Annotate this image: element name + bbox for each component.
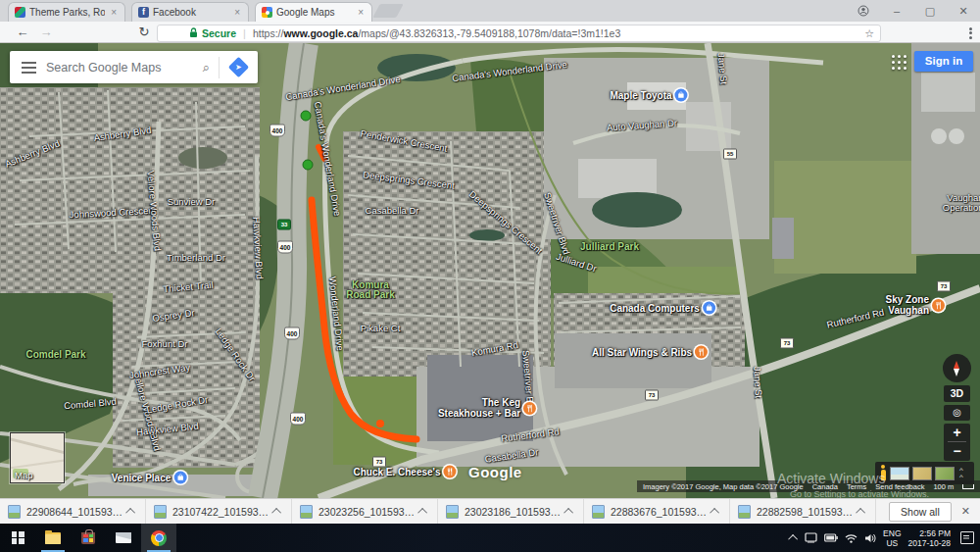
tab-google-maps[interactable]: Google Maps ×: [255, 2, 372, 22]
directions-icon[interactable]: ➤: [228, 57, 249, 77]
map-park-label: Comdel Park: [25, 350, 85, 360]
chevron-up-icon[interactable]: [125, 508, 135, 518]
download-item[interactable]: 23023256_101593….jpg: [292, 499, 438, 524]
map-street-label: Sweetriver Blvd: [542, 191, 571, 256]
map-poi[interactable]: Sky Zone Vaughan: [874, 294, 945, 316]
store-taskbar-icon[interactable]: [71, 524, 106, 552]
download-item[interactable]: 22882598_101593….jpg: [730, 499, 876, 524]
browser-toolbar: ← → ↻ Secure | https://www.google.ca/map…: [0, 22, 980, 43]
tab-close-icon[interactable]: ×: [109, 8, 119, 18]
google-apps-grid-icon[interactable]: [892, 55, 906, 70]
map-street-label: Ashberry Blvd: [4, 138, 62, 169]
minimize-button[interactable]: –: [880, 0, 913, 22]
map-poi[interactable]: Venice Place: [112, 472, 187, 484]
url-text: https://www.google.ca/maps/@43.8326313,-…: [253, 27, 620, 39]
chrome-taskbar-icon[interactable]: [141, 524, 176, 552]
download-item[interactable]: 23107422_101593….jpg: [146, 499, 292, 524]
map-layer-thumbnail[interactable]: [890, 467, 909, 480]
map-street-label: Komura Rd: [470, 340, 518, 358]
zoom-out-button[interactable]: −: [944, 442, 970, 460]
tab-title: Google Maps: [276, 7, 352, 18]
tab-theme-parks[interactable]: Theme Parks, Roller Coas ×: [8, 2, 125, 22]
map-poi[interactable]: The Keg Steakhouse + Bar: [438, 397, 536, 419]
map-poi[interactable]: Canada Computers: [610, 302, 715, 315]
download-item[interactable]: 23023186_101593….jpg: [438, 499, 584, 524]
3d-button[interactable]: 3D: [944, 385, 970, 402]
map-street-label: Johncrest Way: [128, 363, 190, 381]
activate-windows-subtext: Go to Settings to activate Windows.: [790, 489, 929, 498]
google-maps-favicon: [262, 7, 272, 18]
map-street-label: Hawkview Blvd: [136, 422, 200, 438]
close-window-button[interactable]: ✕: [947, 0, 980, 22]
map-mode-inset[interactable]: Map: [10, 432, 65, 483]
chevron-up-icon[interactable]: [417, 508, 427, 518]
reload-button[interactable]: ↻: [135, 24, 153, 41]
download-item[interactable]: 22908644_101593….jpg: [0, 499, 146, 524]
language-indicator[interactable]: ENGUS: [883, 528, 901, 548]
road-shield: 400: [290, 413, 306, 426]
map-poi[interactable]: All Star Wings & Ribs: [592, 346, 708, 359]
earth-layer-thumbnail[interactable]: [935, 467, 955, 480]
search-icon[interactable]: ⌕: [203, 60, 210, 75]
new-tab-button[interactable]: [372, 4, 403, 18]
chevron-up-icon[interactable]: [564, 508, 573, 518]
start-button[interactable]: [0, 524, 35, 552]
file-explorer-taskbar-icon[interactable]: [35, 524, 71, 552]
download-filename: 23023186_101593….jpg: [465, 506, 561, 518]
tray-overflow-chevron-icon[interactable]: [788, 534, 798, 544]
clock[interactable]: 2:56 PM2017-10-28: [908, 528, 951, 548]
road-shield: 400: [277, 241, 293, 254]
compass-icon[interactable]: [943, 354, 971, 382]
map-street-label: Julliard Dr: [555, 252, 598, 275]
chevron-up-icon[interactable]: [271, 508, 281, 518]
sign-in-button[interactable]: Sign in: [914, 51, 973, 72]
maps-search-box[interactable]: Search Google Maps ⌕ ➤: [10, 51, 258, 83]
tab-close-icon[interactable]: ×: [356, 8, 366, 18]
search-input[interactable]: Search Google Maps: [46, 61, 194, 75]
facebook-favicon: f: [138, 7, 149, 18]
terrain-layer-thumbnail[interactable]: [912, 467, 932, 480]
windows-taskbar: ENGUS 2:56 PM2017-10-28: [0, 524, 980, 552]
tablet-mode-icon[interactable]: [805, 532, 817, 543]
map-street-label: Deepsprings Crescent: [467, 189, 544, 256]
collapse-chevrons-icon[interactable]: ^ ^: [959, 467, 963, 480]
my-location-button[interactable]: ◎: [944, 405, 970, 421]
google-watermark-logo: Google: [468, 464, 522, 480]
show-all-downloads-button[interactable]: Show all: [889, 502, 952, 522]
action-center-icon[interactable]: [960, 531, 974, 544]
map-poi[interactable]: Maple Toyota: [610, 89, 687, 102]
chevron-up-icon[interactable]: [710, 508, 719, 518]
secure-label: Secure: [202, 27, 236, 39]
mail-taskbar-icon[interactable]: [106, 524, 141, 552]
divider: [219, 57, 220, 78]
download-item[interactable]: 22883676_101593….jpg: [584, 499, 730, 524]
chevron-up-icon[interactable]: [856, 508, 865, 518]
map-street-label: Casabella Dr: [366, 206, 419, 216]
close-downloads-bar-icon[interactable]: ✕: [961, 505, 970, 518]
poi-label: Venice Place: [112, 473, 172, 483]
tab-close-icon[interactable]: ×: [232, 8, 242, 18]
maximize-button[interactable]: ▢: [913, 0, 947, 22]
zoom-in-button[interactable]: +: [944, 424, 970, 441]
address-bar[interactable]: Secure | https://www.google.ca/maps/@43.…: [157, 25, 881, 42]
tab-facebook[interactable]: f Facebook ×: [131, 2, 249, 22]
profile-icon[interactable]: [847, 0, 880, 22]
back-button[interactable]: ←: [14, 24, 31, 41]
restaurant-icon: [444, 466, 457, 478]
speaker-icon[interactable]: [864, 533, 876, 543]
map-street-label: Jane St: [716, 53, 729, 85]
forward-button[interactable]: →: [37, 24, 55, 41]
menu-hamburger-icon[interactable]: [22, 59, 36, 76]
map-street-label: Osprey Dr: [152, 308, 195, 324]
browser-menu-icon[interactable]: [969, 25, 972, 40]
map-label-layer: Canada's Wonderland DriveCanada's Wonder…: [0, 43, 980, 498]
map-canvas[interactable]: Canada's Wonderland DriveCanada's Wonder…: [0, 43, 980, 498]
wifi-icon[interactable]: [845, 533, 858, 543]
road-shield: 400: [284, 327, 300, 340]
road-shield: 55: [723, 149, 737, 160]
poi-label: All Star Wings & Ribs: [592, 347, 692, 358]
battery-icon[interactable]: [824, 533, 838, 542]
store-bag-icon: [81, 532, 95, 544]
map-poi[interactable]: Chuck E. Cheese's: [353, 466, 456, 478]
bookmark-star-icon[interactable]: ☆: [864, 27, 874, 40]
